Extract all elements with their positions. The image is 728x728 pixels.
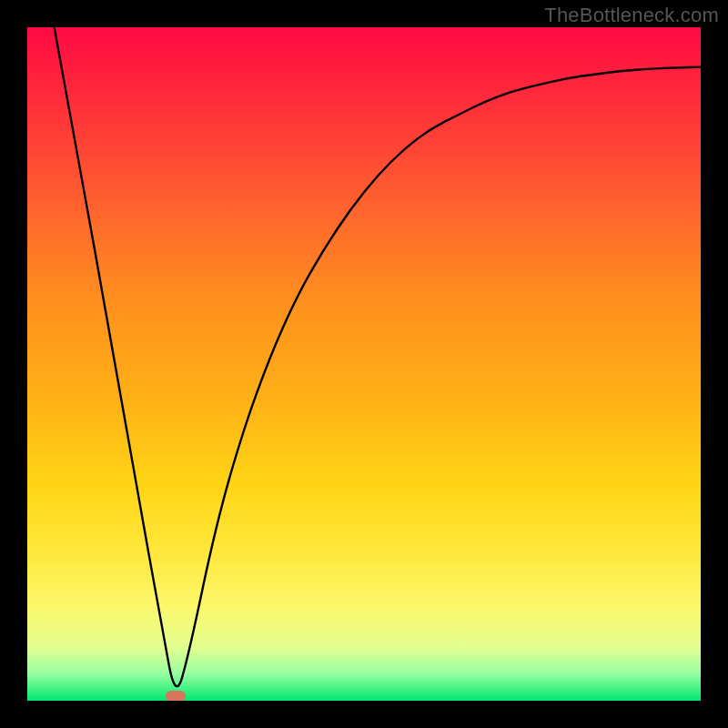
- watermark-text: TheBottleneck.com: [544, 4, 719, 27]
- chart-container: TheBottleneck.com: [0, 0, 728, 728]
- bottleneck-curve: [55, 27, 701, 686]
- minimum-marker: [166, 691, 186, 701]
- curve-layer: [27, 27, 701, 701]
- plot-area: [27, 27, 701, 701]
